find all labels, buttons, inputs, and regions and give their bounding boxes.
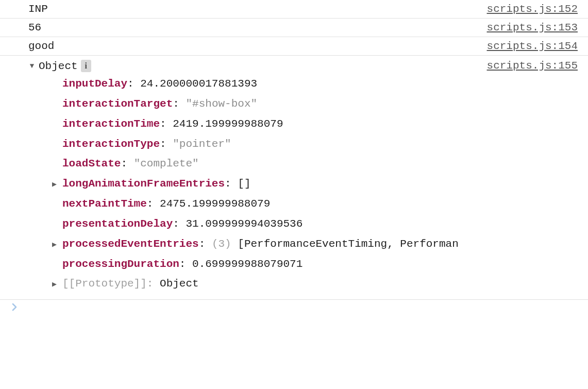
prop-longAnimationFrameEntries[interactable]: ▶ longAnimationFrameEntries: [] (52, 174, 487, 194)
disclosure-triangle-right-icon[interactable]: ▶ (52, 238, 62, 252)
prop-key: presentationDelay (62, 218, 173, 230)
disclosure-triangle-right-icon[interactable]: ▶ (52, 278, 62, 292)
console-log-row: ▼ Object i inputDelay: 24.20000001788139… (0, 55, 588, 300)
log-message: 56 (28, 22, 41, 33)
array-preview: [PerformanceEventTiming, Performan (231, 238, 459, 250)
prop-key: processingDuration (62, 258, 179, 270)
object-properties: inputDelay: 24.200000017881393 interacti… (28, 74, 487, 294)
console-log-row: good scripts.js:154 (0, 37, 588, 56)
prop-value: 31.099999994039536 (186, 218, 303, 230)
prop-key: interactionType (62, 138, 160, 150)
object-header[interactable]: ▼ Object i (28, 60, 487, 72)
prop-key: interactionTarget (62, 98, 173, 110)
console-prompt-row[interactable] (0, 300, 588, 312)
log-message: INP (28, 3, 48, 15)
disclosure-triangle-right-icon[interactable]: ▶ (52, 178, 62, 192)
disclosure-triangle-down-icon[interactable]: ▼ (28, 62, 36, 70)
prop-value: 2475.199999988079 (160, 198, 270, 210)
prop-value: 2419.199999988079 (173, 118, 283, 130)
prop-value: 24.200000017881393 (140, 78, 257, 90)
prop-interactionType[interactable]: interactionType: "pointer" (52, 134, 487, 155)
info-badge-icon[interactable]: i (81, 60, 91, 72)
prop-loadState[interactable]: loadState: "complete" (52, 154, 487, 174)
prop-key: inputDelay (62, 78, 127, 90)
log-message: good (28, 40, 54, 52)
prop-prototype[interactable]: ▶ [[Prototype]]: Object (52, 274, 487, 294)
prop-value: 0.699999988079071 (192, 258, 303, 270)
object-body: ▼ Object i inputDelay: 24.20000001788139… (28, 60, 487, 294)
source-link[interactable]: scripts.js:154 (487, 40, 578, 52)
prop-value: "pointer" (173, 138, 231, 150)
chevron-right-icon (11, 302, 19, 312)
prop-inputDelay[interactable]: inputDelay: 24.200000017881393 (52, 74, 487, 94)
prop-value: Object (160, 278, 199, 290)
prop-interactionTime[interactable]: interactionTime: 2419.199999988079 (52, 114, 487, 134)
prop-key: nextPaintTime (62, 198, 147, 210)
prop-value: "#show-box" (186, 98, 257, 110)
prop-key: longAnimationFrameEntries (62, 178, 225, 190)
prop-nextPaintTime[interactable]: nextPaintTime: 2475.199999988079 (52, 194, 487, 214)
prop-key: [[Prototype]] (62, 278, 147, 290)
console-log-row: INP scripts.js:152 (0, 0, 588, 19)
array-count: (3) (212, 238, 231, 250)
prop-interactionTarget[interactable]: interactionTarget: "#show-box" (52, 94, 487, 114)
prop-processingDuration[interactable]: processingDuration: 0.699999988079071 (52, 255, 487, 275)
prop-value: [] (238, 178, 250, 190)
console-panel: INP scripts.js:152 56 scripts.js:153 goo… (0, 0, 588, 312)
prop-key: processedEventEntries (62, 238, 199, 250)
source-link[interactable]: scripts.js:152 (487, 3, 578, 15)
prop-presentationDelay[interactable]: presentationDelay: 31.099999994039536 (52, 214, 487, 234)
prop-key: loadState (62, 158, 121, 170)
prop-processedEventEntries[interactable]: ▶ processedEventEntries: (3) [Performanc… (52, 234, 487, 255)
console-log-row: 56 scripts.js:153 (0, 18, 588, 37)
object-label: Object (39, 60, 78, 72)
prop-value: "complete" (134, 158, 199, 170)
source-link[interactable]: scripts.js:153 (487, 22, 578, 33)
source-link[interactable]: scripts.js:155 (487, 60, 578, 72)
prop-key: interactionTime (62, 118, 160, 130)
